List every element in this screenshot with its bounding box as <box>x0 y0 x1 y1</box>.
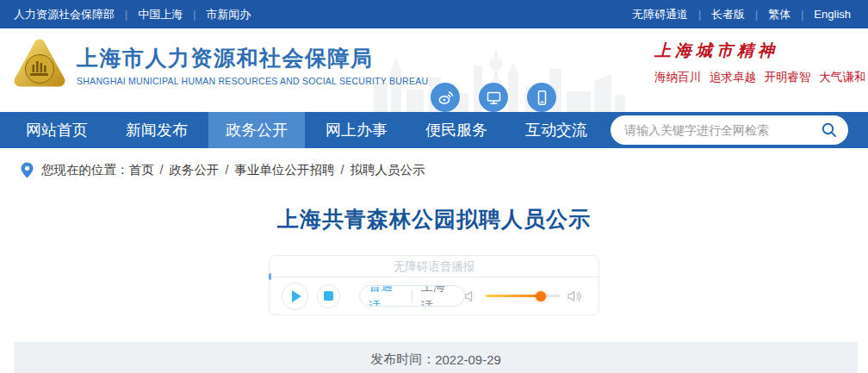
city-spirit-block: 上海城市精神 海纳百川 追求卓越 开明睿智 大气谦和 <box>654 40 861 85</box>
breadcrumb-separator: / <box>341 163 344 177</box>
separator: | <box>755 9 758 21</box>
volume-high-icon[interactable] <box>567 290 583 302</box>
weibo-icon[interactable] <box>431 83 460 112</box>
bureau-logo-icon <box>12 37 67 92</box>
link-traditional-chinese[interactable]: 繁体 <box>768 7 790 22</box>
breadcrumb-home[interactable]: 首页 <box>129 162 154 178</box>
nav-item-news[interactable]: 新闻发布 <box>108 112 205 148</box>
language-shanghainese[interactable]: 上海话 <box>412 285 464 307</box>
link-english[interactable]: English <box>814 8 851 21</box>
volume-slider[interactable] <box>486 295 560 297</box>
stop-button[interactable] <box>317 284 340 308</box>
play-button[interactable] <box>282 283 308 310</box>
breadcrumb-public-recruitment[interactable]: 事业单位公开招聘 <box>235 162 335 178</box>
publish-bar: 发布时间： 2022-09-29 <box>14 342 858 373</box>
site-search <box>611 115 848 145</box>
volume-control <box>465 290 583 302</box>
mobile-icon[interactable] <box>527 83 556 112</box>
link-accessibility[interactable]: 无障碍通道 <box>632 7 688 22</box>
link-china-shanghai[interactable]: 中国上海 <box>138 7 183 22</box>
top-utility-bar: 人力资源社会保障部 | 中国上海 | 市新闻办 无障碍通道 | 长者版 | 繁体… <box>0 0 868 28</box>
language-mandarin[interactable]: 普通话 <box>360 285 412 307</box>
audio-player-controls: 普通话 上海话 <box>270 277 598 314</box>
link-mohrss[interactable]: 人力资源社会保障部 <box>14 7 115 22</box>
audio-player: 无障碍语音播报 普通话 上海话 <box>269 255 599 315</box>
link-senior-version[interactable]: 长者版 <box>711 7 745 22</box>
site-title-en: SHANGHAI MUNICIPAL HUMAN RESOURCES AND S… <box>77 76 428 86</box>
separator: | <box>125 9 127 21</box>
audio-player-caption: 无障碍语音播报 <box>270 256 598 277</box>
publish-date: 2022-09-29 <box>435 352 501 367</box>
breadcrumb-separator: / <box>160 163 164 177</box>
location-pin-icon <box>21 162 34 178</box>
player-progress-tick <box>269 273 271 280</box>
breadcrumb-gov-affairs[interactable]: 政务公开 <box>170 162 220 178</box>
nav-item-online-services[interactable]: 网上办事 <box>308 112 405 148</box>
brand-titles: 上海市人力资源和社会保障局 SHANGHAI MUNICIPAL HUMAN R… <box>77 44 428 86</box>
publish-label: 发布时间： <box>370 351 435 368</box>
nav-item-home[interactable]: 网站首页 <box>9 112 105 148</box>
volume-slider-knob[interactable] <box>536 291 546 302</box>
breadcrumb: 您现在的位置： 首页 / 政务公开 / 事业单位公开招聘 / 拟聘人员公示 <box>0 148 868 191</box>
nav-item-gov-affairs[interactable]: 政务公开 <box>208 112 305 148</box>
breadcrumb-separator: / <box>226 163 229 177</box>
masthead: 上海市人力资源和社会保障局 SHANGHAI MUNICIPAL HUMAN R… <box>0 28 868 112</box>
topbar-left-links: 人力资源社会保障部 | 中国上海 | 市新闻办 <box>14 7 251 22</box>
breadcrumb-label: 您现在的位置： <box>41 162 129 178</box>
search-icon[interactable] <box>821 121 838 139</box>
language-toggle: 普通话 上海话 <box>359 285 465 307</box>
breadcrumb-current-page[interactable]: 拟聘人员公示 <box>350 162 425 178</box>
monitor-icon[interactable] <box>479 83 508 112</box>
separator: | <box>698 9 701 21</box>
main-nav: 网站首页 新闻发布 政务公开 网上办事 便民服务 互动交流 <box>0 112 868 148</box>
city-spirit-text: 海纳百川 追求卓越 开明睿智 大气谦和 <box>654 70 861 85</box>
page-title: 上海共青森林公园拟聘人员公示 <box>0 205 868 233</box>
volume-low-icon[interactable] <box>465 290 478 302</box>
search-input[interactable] <box>624 123 821 137</box>
topbar-right-links: 无障碍通道 | 长者版 | 繁体 | English <box>632 7 851 22</box>
separator: | <box>193 9 195 21</box>
site-title: 上海市人力资源和社会保障局 <box>77 44 428 72</box>
nav-item-public-services[interactable]: 便民服务 <box>408 112 505 148</box>
city-spirit-title: 上海城市精神 <box>654 40 861 62</box>
nav-item-interaction[interactable]: 互动交流 <box>508 112 604 148</box>
stop-icon <box>324 291 333 301</box>
play-icon <box>292 290 301 302</box>
link-city-news-office[interactable]: 市新闻办 <box>206 7 251 22</box>
separator: | <box>801 9 803 21</box>
audio-player-caption-text: 无障碍语音播报 <box>394 260 475 273</box>
site-brand[interactable]: 上海市人力资源和社会保障局 SHANGHAI MUNICIPAL HUMAN R… <box>12 37 428 92</box>
social-icons <box>431 83 575 112</box>
